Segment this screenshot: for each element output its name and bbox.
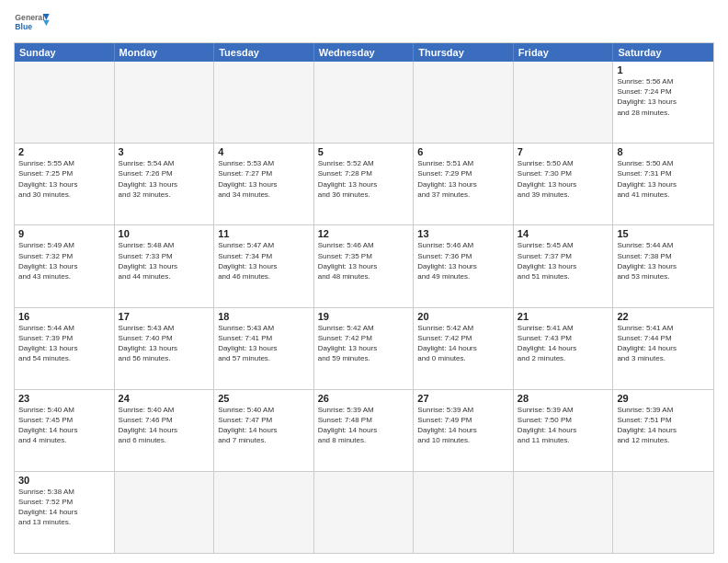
day-number: 29 xyxy=(617,393,710,404)
day-number: 26 xyxy=(318,393,410,404)
day-cell: 27Sunrise: 5:39 AM Sunset: 7:49 PM Dayli… xyxy=(414,390,514,471)
day-cell: 12Sunrise: 5:46 AM Sunset: 7:35 PM Dayli… xyxy=(314,225,415,306)
day-info: Sunrise: 5:39 AM Sunset: 7:49 PM Dayligh… xyxy=(417,405,509,446)
day-cell: 16Sunrise: 5:44 AM Sunset: 7:39 PM Dayli… xyxy=(15,308,115,389)
day-info: Sunrise: 5:40 AM Sunset: 7:47 PM Dayligh… xyxy=(218,405,310,446)
day-number: 20 xyxy=(417,311,509,322)
day-info: Sunrise: 5:44 AM Sunset: 7:39 PM Dayligh… xyxy=(18,323,110,364)
day-info: Sunrise: 5:48 AM Sunset: 7:33 PM Dayligh… xyxy=(119,240,210,282)
day-header: Thursday xyxy=(414,43,514,62)
day-cell: 13Sunrise: 5:46 AM Sunset: 7:36 PM Dayli… xyxy=(414,225,514,306)
day-number: 19 xyxy=(318,311,410,322)
week-row: 30Sunrise: 5:38 AM Sunset: 7:52 PM Dayli… xyxy=(15,472,713,553)
day-info: Sunrise: 5:38 AM Sunset: 7:52 PM Dayligh… xyxy=(18,487,110,528)
day-number: 3 xyxy=(119,146,210,157)
day-number: 12 xyxy=(318,228,410,239)
day-number: 16 xyxy=(18,311,110,322)
day-cell: 15Sunrise: 5:44 AM Sunset: 7:38 PM Dayli… xyxy=(613,225,713,306)
day-info: Sunrise: 5:42 AM Sunset: 7:42 PM Dayligh… xyxy=(318,323,410,364)
day-number: 27 xyxy=(417,393,509,404)
day-info: Sunrise: 5:54 AM Sunset: 7:26 PM Dayligh… xyxy=(119,158,210,200)
day-cell: 6Sunrise: 5:51 AM Sunset: 7:29 PM Daylig… xyxy=(414,144,514,224)
day-info: Sunrise: 5:45 AM Sunset: 7:37 PM Dayligh… xyxy=(518,240,609,282)
day-cell: 22Sunrise: 5:41 AM Sunset: 7:44 PM Dayli… xyxy=(613,308,713,389)
day-number: 11 xyxy=(218,228,310,239)
day-cell: 18Sunrise: 5:43 AM Sunset: 7:41 PM Dayli… xyxy=(214,308,314,389)
day-number: 1 xyxy=(617,64,710,75)
day-cell: 24Sunrise: 5:40 AM Sunset: 7:46 PM Dayli… xyxy=(115,390,215,471)
week-row: 2Sunrise: 5:55 AM Sunset: 7:25 PM Daylig… xyxy=(15,144,713,225)
day-number: 22 xyxy=(617,311,710,322)
day-number: 30 xyxy=(18,475,110,486)
day-cell: 30Sunrise: 5:38 AM Sunset: 7:52 PM Dayli… xyxy=(15,472,115,553)
day-number: 14 xyxy=(518,228,609,239)
day-info: Sunrise: 5:40 AM Sunset: 7:46 PM Dayligh… xyxy=(119,405,210,446)
day-cell xyxy=(613,472,713,553)
day-header: Wednesday xyxy=(314,43,415,62)
day-number: 23 xyxy=(18,393,110,404)
day-cell: 19Sunrise: 5:42 AM Sunset: 7:42 PM Dayli… xyxy=(314,308,415,389)
day-cell: 10Sunrise: 5:48 AM Sunset: 7:33 PM Dayli… xyxy=(115,225,215,306)
day-info: Sunrise: 5:40 AM Sunset: 7:45 PM Dayligh… xyxy=(18,405,110,446)
day-cell: 8Sunrise: 5:50 AM Sunset: 7:31 PM Daylig… xyxy=(613,144,713,224)
day-cell: 29Sunrise: 5:39 AM Sunset: 7:51 PM Dayli… xyxy=(613,390,713,471)
svg-text:Blue: Blue xyxy=(15,22,32,31)
day-cell xyxy=(414,472,514,553)
day-cell: 23Sunrise: 5:40 AM Sunset: 7:45 PM Dayli… xyxy=(15,390,115,471)
day-cell xyxy=(15,62,115,143)
day-info: Sunrise: 5:43 AM Sunset: 7:40 PM Dayligh… xyxy=(119,323,210,364)
day-info: Sunrise: 5:46 AM Sunset: 7:35 PM Dayligh… xyxy=(318,240,410,282)
day-cell xyxy=(314,472,415,553)
day-cell: 4Sunrise: 5:53 AM Sunset: 7:27 PM Daylig… xyxy=(214,144,314,224)
day-cell: 3Sunrise: 5:54 AM Sunset: 7:26 PM Daylig… xyxy=(115,144,215,224)
day-info: Sunrise: 5:41 AM Sunset: 7:44 PM Dayligh… xyxy=(617,323,710,364)
day-cell: 28Sunrise: 5:39 AM Sunset: 7:50 PM Dayli… xyxy=(514,390,614,471)
day-cell: 1Sunrise: 5:56 AM Sunset: 7:24 PM Daylig… xyxy=(613,62,713,143)
calendar: SundayMondayTuesdayWednesdayThursdayFrid… xyxy=(14,42,714,554)
day-cell: 2Sunrise: 5:55 AM Sunset: 7:25 PM Daylig… xyxy=(15,144,115,224)
day-info: Sunrise: 5:51 AM Sunset: 7:29 PM Dayligh… xyxy=(417,158,509,200)
day-info: Sunrise: 5:49 AM Sunset: 7:32 PM Dayligh… xyxy=(18,240,110,282)
day-header: Monday xyxy=(115,43,215,62)
day-header: Friday xyxy=(514,43,614,62)
day-number: 9 xyxy=(18,228,110,239)
day-number: 28 xyxy=(518,393,609,404)
header: General Blue xyxy=(14,9,714,37)
day-header: Tuesday xyxy=(214,43,314,62)
day-info: Sunrise: 5:50 AM Sunset: 7:30 PM Dayligh… xyxy=(518,158,609,200)
day-cell: 14Sunrise: 5:45 AM Sunset: 7:37 PM Dayli… xyxy=(514,225,614,306)
day-info: Sunrise: 5:39 AM Sunset: 7:50 PM Dayligh… xyxy=(518,405,609,446)
day-info: Sunrise: 5:53 AM Sunset: 7:27 PM Dayligh… xyxy=(218,158,310,200)
day-cell xyxy=(514,472,614,553)
day-info: Sunrise: 5:42 AM Sunset: 7:42 PM Dayligh… xyxy=(417,323,509,364)
day-number: 10 xyxy=(119,228,210,239)
day-number: 15 xyxy=(617,228,710,239)
logo: General Blue xyxy=(14,9,51,37)
day-cell xyxy=(514,62,614,143)
day-cell: 20Sunrise: 5:42 AM Sunset: 7:42 PM Dayli… xyxy=(414,308,514,389)
svg-marker-3 xyxy=(43,20,50,27)
day-cell: 7Sunrise: 5:50 AM Sunset: 7:30 PM Daylig… xyxy=(514,144,614,224)
day-info: Sunrise: 5:39 AM Sunset: 7:48 PM Dayligh… xyxy=(318,405,410,446)
day-number: 25 xyxy=(218,393,310,404)
day-number: 17 xyxy=(119,311,210,322)
day-cell xyxy=(115,472,215,553)
day-header: Sunday xyxy=(15,43,115,62)
day-info: Sunrise: 5:52 AM Sunset: 7:28 PM Dayligh… xyxy=(318,158,410,200)
day-number: 18 xyxy=(218,311,310,322)
day-cell xyxy=(414,62,514,143)
day-number: 4 xyxy=(218,146,310,157)
week-row: 16Sunrise: 5:44 AM Sunset: 7:39 PM Dayli… xyxy=(15,308,713,390)
day-info: Sunrise: 5:56 AM Sunset: 7:24 PM Dayligh… xyxy=(617,76,710,118)
day-cell: 5Sunrise: 5:52 AM Sunset: 7:28 PM Daylig… xyxy=(314,144,415,224)
day-info: Sunrise: 5:39 AM Sunset: 7:51 PM Dayligh… xyxy=(617,405,710,446)
day-info: Sunrise: 5:55 AM Sunset: 7:25 PM Dayligh… xyxy=(18,158,110,200)
day-number: 2 xyxy=(18,146,110,157)
day-info: Sunrise: 5:44 AM Sunset: 7:38 PM Dayligh… xyxy=(617,240,710,282)
week-row: 23Sunrise: 5:40 AM Sunset: 7:45 PM Dayli… xyxy=(15,390,713,472)
day-cell: 9Sunrise: 5:49 AM Sunset: 7:32 PM Daylig… xyxy=(15,225,115,306)
day-cell: 11Sunrise: 5:47 AM Sunset: 7:34 PM Dayli… xyxy=(214,225,314,306)
day-headers: SundayMondayTuesdayWednesdayThursdayFrid… xyxy=(15,43,713,62)
week-row: 9Sunrise: 5:49 AM Sunset: 7:32 PM Daylig… xyxy=(15,225,713,307)
day-cell xyxy=(314,62,415,143)
